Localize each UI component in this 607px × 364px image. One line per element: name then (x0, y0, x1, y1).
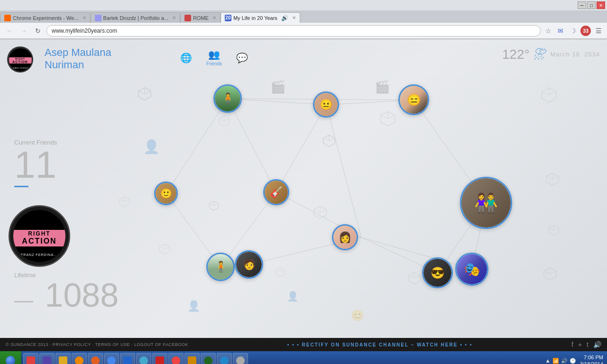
friend-node-9[interactable]: 🧑 (235, 250, 263, 279)
friends-nav-icon[interactable]: 👥 Friends (206, 49, 222, 66)
svg-line-46 (160, 247, 165, 249)
cube-deco-1 (138, 87, 152, 103)
twitter-icon[interactable]: t (587, 341, 589, 348)
friend-node-10[interactable]: 😎 (422, 257, 453, 288)
friend-node-8[interactable]: 🧍 (206, 253, 235, 281)
user-avatar[interactable]: RIGHT ACTION FRANZ FERDIN (7, 46, 33, 73)
svg-line-10 (361, 237, 472, 269)
album-text-right: RIGHT (28, 230, 50, 237)
date-display-taskbar: 3/18/2014 (580, 361, 603, 364)
back-button[interactable]: ← (4, 25, 15, 36)
taskbar-photoshop[interactable] (120, 353, 135, 364)
app8-icon (156, 356, 164, 364)
friend-node-3[interactable]: 😑 (398, 84, 429, 115)
firefox-icon (91, 356, 100, 364)
moon-icon[interactable]: ☽ (568, 26, 578, 36)
taskbar-app13[interactable] (233, 353, 248, 364)
cube-deco-6 (209, 200, 219, 213)
app2-icon (43, 356, 51, 364)
weather-section: 122° ⛈ March 18, 2034 (502, 46, 600, 62)
cube-deco-11 (541, 87, 557, 105)
tab-favicon: 20 (225, 15, 231, 21)
svg-line-26 (323, 138, 329, 141)
refresh-button[interactable]: ↻ (32, 25, 44, 36)
taskbar-filemanager[interactable] (55, 353, 71, 364)
taskbar-media[interactable] (72, 353, 87, 364)
svg-line-5 (276, 105, 326, 192)
plus-icon[interactable]: + (578, 341, 582, 348)
taskbar-app7[interactable] (136, 353, 151, 364)
svg-line-58 (542, 92, 549, 95)
lifetime-number: — 1088 (14, 279, 119, 312)
person-deco-4: 😊 (351, 309, 364, 322)
maximize-button[interactable]: □ (587, 1, 596, 9)
album-art-circle[interactable]: RIGHT ACTION FRANZ FERDINA... (9, 205, 70, 267)
user-name-line1: Asep Maulana (45, 46, 111, 59)
taskbar-app12[interactable] (217, 353, 232, 364)
title-bar: ─ □ ✕ (0, 0, 607, 10)
taskbar-app2[interactable] (39, 353, 55, 364)
tab-close-icon[interactable]: ✕ (172, 15, 176, 20)
friends-count-section: Current Friends 11 (14, 139, 57, 187)
taskbar-app10[interactable] (184, 353, 200, 364)
friend-node-6[interactable]: 👩 (332, 224, 358, 250)
friend-node-5[interactable]: 🎸 (263, 179, 289, 205)
svg-line-31 (388, 116, 395, 119)
tab-close-icon[interactable]: ✕ (83, 15, 86, 20)
tab-favicon (95, 15, 101, 21)
url-bar[interactable]: www.mylifein20years.com (46, 25, 541, 36)
friend-node-2[interactable]: 😐 (313, 91, 339, 118)
tab-rome[interactable]: ROME ✕ (180, 12, 221, 23)
taskbar-items (21, 353, 541, 364)
facebook-icon[interactable]: f (571, 341, 573, 348)
friends-count-number: 11 (14, 146, 57, 184)
sound-icon[interactable]: 🔊 (593, 341, 601, 348)
mail-icon[interactable]: ✉ (556, 26, 565, 36)
time-display: 7:06 PM (580, 354, 603, 361)
bookmark-icon[interactable]: ☆ (543, 26, 553, 36)
cube-deco-4 (379, 110, 396, 129)
page-content: RIGHT ACTION FRANZ FERDIN Asep Maulana N… (0, 39, 607, 338)
taskbar-chrome[interactable] (104, 353, 119, 364)
tab-close-icon[interactable]: ✕ (212, 15, 216, 20)
tab-chrome-experiments[interactable]: Chrome Experiments - We... ✕ (0, 12, 91, 23)
tab-label: Chrome Experiments - We... (13, 15, 79, 21)
bottom-center-text: • • • RECTIFY ON SUNDANCE CHANNEL – WATC… (287, 342, 473, 347)
globe-nav-icon[interactable]: 🌐 (180, 52, 192, 64)
tab-mylife[interactable]: 20 My Life in 20 Years 🔊 ✕ (221, 12, 300, 23)
start-button[interactable] (0, 351, 21, 364)
weather-icon: ⛈ (533, 46, 547, 62)
friend-node-1[interactable]: 🧍 (213, 84, 242, 113)
tab-close-icon[interactable]: ✕ (292, 15, 296, 20)
svg-line-66 (549, 228, 554, 230)
cube-deco-14 (543, 267, 557, 283)
app10-icon (188, 356, 196, 364)
friend-node-11[interactable]: 🎭 (455, 253, 488, 286)
svg-line-3 (166, 99, 228, 193)
tab-portfolio[interactable]: Bartek Drozdz | Portfolio a... ✕ (91, 12, 180, 23)
user-name-section: Asep Maulana Nuriman (39, 46, 111, 72)
temperature-display: 122° (502, 47, 530, 62)
app12-icon (220, 356, 229, 364)
svg-line-54 (409, 275, 414, 278)
tray-icon-1: ▲ (545, 357, 551, 364)
url-text: www.mylifein20years.com (52, 27, 117, 34)
messages-nav-icon[interactable]: 💬 (236, 52, 248, 64)
taskbar-app9[interactable] (168, 353, 184, 364)
menu-icon[interactable]: ☰ (594, 26, 603, 36)
forward-button[interactable]: → (18, 25, 29, 36)
window-controls[interactable]: ─ □ ✕ (578, 1, 605, 9)
friend-node-4[interactable]: 🙂 (154, 182, 178, 205)
svg-line-71 (550, 271, 556, 274)
bottom-right-icons: f + t 🔊 (571, 341, 601, 348)
svg-line-62 (546, 176, 552, 179)
close-button[interactable]: ✕ (597, 1, 605, 9)
notification-badge[interactable]: 33 (580, 26, 591, 36)
minimize-button[interactable]: ─ (578, 1, 586, 9)
taskbar-xampp[interactable] (23, 353, 38, 364)
taskbar-app8[interactable] (152, 353, 167, 364)
friend-node-7[interactable]: 👫 (460, 177, 512, 229)
taskbar-firefox[interactable] (88, 353, 103, 364)
film-deco-2: 🎬 (375, 80, 390, 94)
taskbar-app11[interactable] (201, 353, 216, 364)
